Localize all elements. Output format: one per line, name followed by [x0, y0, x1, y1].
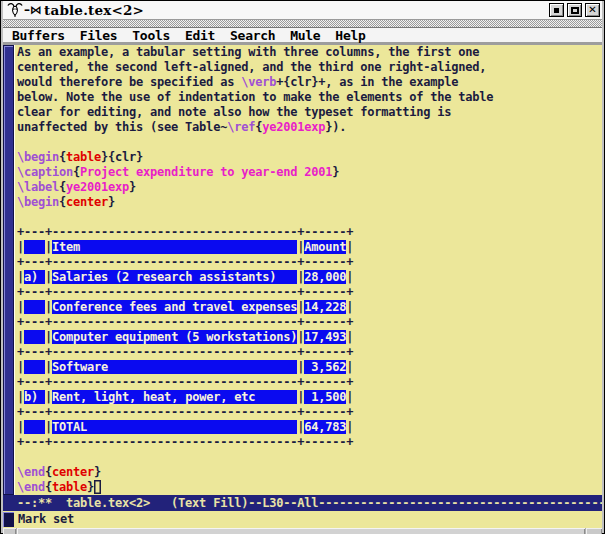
minibuffer-scrollbar-block — [3, 512, 14, 527]
minimize-icon — [554, 8, 559, 13]
text-segment: unaffected by this (see Table~ — [17, 120, 227, 134]
table-cell: b) — [24, 390, 45, 404]
text-segment: centered, the second left-aligned, and t… — [17, 60, 486, 74]
menu-item-tools[interactable]: Tools — [132, 28, 170, 43]
text-segment: \label — [17, 180, 59, 194]
menu-item-buffers[interactable]: Buffers — [12, 28, 65, 43]
text-segment: { — [73, 165, 80, 179]
text-segment: below. Note the use of indentation to ma… — [17, 90, 493, 104]
buffer-text-area[interactable]: As an example, a tabular setting with th… — [15, 45, 602, 495]
horizontal-scrollbar[interactable] — [3, 528, 602, 534]
buffer-line: \label{ye2001exp} — [17, 180, 602, 195]
text-segment: } — [332, 165, 339, 179]
text-segment: center — [52, 465, 94, 479]
text-segment: | — [45, 420, 52, 434]
text-segment: | — [346, 390, 353, 404]
menu-item-edit[interactable]: Edit — [185, 28, 215, 43]
table-cell: 3,562 — [304, 360, 346, 374]
text-segment: | — [346, 360, 353, 374]
text-segment: \begin — [17, 195, 59, 209]
buffer-line: | |TOTAL |64,783| — [17, 420, 602, 435]
text-segment: } — [108, 195, 115, 209]
text-segment: +---+-----------------------------------… — [17, 225, 353, 239]
scrollbar-thumb[interactable] — [4, 46, 13, 494]
menu-item-search[interactable]: Search — [230, 28, 275, 43]
buffer-line: below. Note the use of indentation to ma… — [17, 90, 602, 105]
text-segment: | — [45, 360, 52, 374]
text-segment: { — [59, 150, 66, 164]
buffer-line: | |Item |Amount| — [17, 240, 602, 255]
window-controls: ✕ — [549, 3, 600, 17]
minibuffer[interactable]: Mark set — [3, 511, 602, 528]
text-segment: +---+-----------------------------------… — [17, 435, 353, 449]
text-segment: { — [45, 480, 52, 494]
buffer-line: As an example, a tabular setting with th… — [17, 45, 602, 60]
text-segment: { — [45, 465, 52, 479]
mode-line: --:** table.tex<2> (Text Fill)--L30--All… — [3, 495, 602, 511]
buffer-line: \begin{center} — [17, 195, 602, 210]
title-mark: –⋈ — [24, 3, 42, 17]
text-segment: | — [17, 330, 24, 344]
text-segment: | — [45, 240, 52, 254]
window-title: table.tex<2> — [44, 2, 144, 18]
text-segment: would therefore be specified as — [17, 75, 241, 89]
menu-item-files[interactable]: Files — [80, 28, 118, 43]
buffer-line — [17, 450, 602, 465]
buffer-line: |a) |Salaries (2 research assistants) |2… — [17, 270, 602, 285]
text-segment: ye2001exp — [66, 180, 129, 194]
text-segment: ye2001exp — [262, 120, 325, 134]
text-cursor — [94, 480, 101, 494]
table-cell: Salaries (2 research assistants) — [52, 270, 297, 284]
table-cell: Amount — [304, 240, 346, 254]
buffer-line: +---+-----------------------------------… — [17, 405, 602, 420]
hscroll-left-box[interactable] — [3, 528, 16, 534]
vertical-scrollbar[interactable] — [3, 45, 15, 495]
text-segment: | — [45, 300, 52, 314]
buffer-line: +---+-----------------------------------… — [17, 315, 602, 330]
table-cell: 1,500 — [304, 390, 346, 404]
buffer-line — [17, 210, 602, 225]
minimize-button[interactable] — [549, 3, 564, 17]
text-segment: +{clr}+, as in the example — [276, 75, 458, 89]
table-cell: Computer equipment (5 workstations) — [52, 330, 297, 344]
text-segment: center — [66, 195, 108, 209]
text-segment: | — [17, 300, 24, 314]
menu-item-mule[interactable]: Mule — [290, 28, 320, 43]
buffer-line: centered, the second left-aligned, and t… — [17, 60, 602, 75]
text-segment: | — [17, 240, 24, 254]
text-segment: | — [346, 270, 353, 284]
maximize-button[interactable] — [567, 3, 582, 17]
text-segment: }). — [325, 120, 346, 134]
text-segment: As an example, a tabular setting with th… — [17, 45, 479, 59]
text-segment: } — [129, 180, 136, 194]
resize-grip[interactable] — [586, 528, 602, 534]
table-cell: Conference fees and travel expenses — [52, 300, 297, 314]
close-button[interactable]: ✕ — [585, 3, 600, 17]
window-title-bar[interactable]: –⋈ table.tex<2> ✕ — [3, 1, 602, 20]
table-cell: Item — [52, 240, 297, 254]
buffer-line: |b) |Rent, light, heat, power, etc | 1,5… — [17, 390, 602, 405]
menu-bar: BuffersFilesToolsEditSearchMuleHelp — [3, 28, 602, 45]
text-segment: \end — [17, 465, 45, 479]
text-segment: +---+-----------------------------------… — [17, 345, 353, 359]
text-segment: | — [17, 360, 24, 374]
gnu-emacs-icon — [6, 2, 24, 18]
buffer-line: +---+-----------------------------------… — [17, 255, 602, 270]
text-segment: | — [346, 420, 353, 434]
menu-item-help[interactable]: Help — [335, 28, 365, 43]
text-segment: | — [346, 300, 353, 314]
buffer-line: would therefore be specified as \verb+{c… — [17, 75, 602, 90]
hscroll-thumb[interactable] — [17, 528, 585, 534]
frame-content: As an example, a tabular setting with th… — [3, 45, 602, 495]
text-segment: | — [346, 240, 353, 254]
text-segment: +---+-----------------------------------… — [17, 375, 353, 389]
table-cell — [24, 420, 45, 434]
table-cell: Rent, light, heat, power, etc — [52, 390, 297, 404]
buffer-line: | |Software | 3,562| — [17, 360, 602, 375]
text-segment: | — [346, 330, 353, 344]
text-segment: } — [94, 465, 101, 479]
buffer-line: unaffected by this (see Table~\ref{ye200… — [17, 120, 602, 135]
text-segment: \verb — [241, 75, 276, 89]
table-cell: 14,228 — [304, 300, 346, 314]
text-segment: +---+-----------------------------------… — [17, 405, 353, 419]
